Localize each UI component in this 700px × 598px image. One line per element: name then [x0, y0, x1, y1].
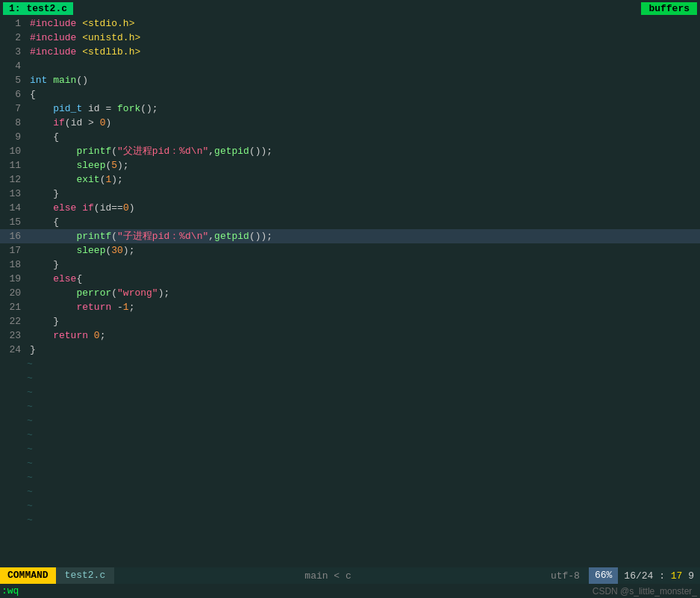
filename-status: test2.c [56, 567, 115, 584]
line-content: else{ [27, 272, 700, 286]
cmd-text: :wq [1, 585, 19, 597]
line-content: int main() [27, 73, 700, 87]
line-content: else if(id==0) [27, 201, 700, 215]
tilde-line: ~ [0, 456, 700, 470]
line-content: { [27, 87, 700, 102]
code-line: 2#include <unistd.h> [0, 31, 700, 45]
code-line: 9 { [0, 130, 700, 144]
code-line: 11 sleep(5); [0, 158, 700, 172]
line-number: 17 [0, 243, 27, 258]
tilde-line: ~ [0, 357, 700, 371]
code-line: 13 } [0, 187, 700, 201]
code-line: 10 printf("父进程pid：%d\n",getpid()); [0, 144, 700, 158]
line-number: 11 [0, 158, 27, 172]
watermark: CSDN @s_little_monster_ [593, 586, 697, 597]
code-line: 14 else if(id==0) [0, 201, 700, 215]
code-line: 20 perror("wrong"); [0, 286, 700, 300]
tilde-line: ~ [0, 414, 700, 428]
line-number: 18 [0, 258, 27, 272]
line-number: 23 [0, 328, 27, 343]
code-line: 22 } [0, 314, 700, 328]
code-line: 4 [0, 59, 700, 73]
line-content: return 0; [27, 328, 700, 343]
tilde-line: ~ [0, 499, 700, 513]
status-bar: COMMAND test2.c main < c utf-8 66% 16/24… [0, 567, 700, 584]
tilde-line: ~ [0, 485, 700, 499]
code-line: 1#include <stdio.h> [0, 16, 700, 31]
line-content: { [27, 130, 700, 144]
line-content: sleep(5); [27, 158, 700, 172]
line-content: } [27, 258, 700, 272]
active-tab[interactable]: 1: test2.c [3, 2, 73, 15]
tab-bar: 1: test2.c buffers [0, 0, 700, 16]
code-line: 12 exit(1); [0, 172, 700, 187]
percent-badge: 66% [589, 567, 618, 584]
line-content: #include <stdlib.h> [27, 45, 700, 59]
line-content: if(id > 0) [27, 116, 700, 130]
line-number: 5 [0, 73, 27, 87]
line-number: 4 [0, 59, 27, 73]
line-number: 13 [0, 187, 27, 201]
line-number: 22 [0, 314, 27, 328]
line-content: #include <stdio.h> [27, 16, 700, 31]
code-line: 3#include <stdlib.h> [0, 45, 700, 59]
code-line: 21 return -1; [0, 300, 700, 314]
line-content: pid_t id = fork(); [27, 102, 700, 116]
tilde-line: ~ [0, 399, 700, 414]
line-number: 12 [0, 172, 27, 187]
tilde-line: ~ [0, 470, 700, 485]
code-area: 1#include <stdio.h>2#include <unistd.h>3… [0, 16, 700, 567]
line-content: { [27, 215, 700, 229]
line-number: 19 [0, 272, 27, 286]
line-status: 16 [624, 570, 636, 582]
code-line: 7 pid_t id = fork(); [0, 102, 700, 116]
line-number: 9 [0, 130, 27, 144]
code-line: 17 sleep(30); [0, 243, 700, 258]
tilde-line: ~ [0, 428, 700, 442]
line-number: 16 [0, 229, 27, 243]
line-number: 14 [0, 201, 27, 215]
line-number: 1 [0, 16, 27, 31]
line-content: printf("子进程pid：%d\n",getpid()); [27, 229, 700, 243]
code-line: 18 } [0, 258, 700, 272]
code-line: 16 printf("子进程pid：%d\n",getpid()); [0, 229, 700, 243]
tilde-line: ~ [0, 513, 700, 527]
line-content: perror("wrong"); [27, 286, 700, 300]
line-content: printf("父进程pid：%d\n",getpid()); [27, 144, 700, 158]
col-status: 17 [671, 570, 683, 582]
code-line: 24} [0, 343, 700, 357]
line-number: 7 [0, 102, 27, 116]
line-content: } [27, 343, 700, 357]
code-line: 19 else{ [0, 272, 700, 286]
code-line: 6{ [0, 87, 700, 102]
total-status: 24 [642, 570, 654, 582]
line-content: return -1; [27, 300, 700, 314]
line-content: sleep(30); [27, 243, 700, 258]
code-line: 5int main() [0, 73, 700, 87]
line-number: 21 [0, 300, 27, 314]
mode-badge: COMMAND [0, 567, 56, 584]
line-number: 3 [0, 45, 27, 59]
line-number: 2 [0, 31, 27, 45]
line-content: } [27, 314, 700, 328]
line-content [27, 59, 700, 73]
line-content: exit(1); [27, 172, 700, 187]
encoding-status: utf-8 [542, 570, 589, 582]
func-status: main < c [114, 570, 542, 582]
code-line: 15 { [0, 215, 700, 229]
code-line: 8 if(id > 0) [0, 116, 700, 130]
tilde-line: ~ [0, 385, 700, 399]
tilde-line: ~ [0, 442, 700, 456]
line-number: 8 [0, 116, 27, 130]
tilde-line: ~ [0, 371, 700, 385]
extra-status: 9 [688, 570, 694, 582]
line-number: 15 [0, 215, 27, 229]
line-content: } [27, 187, 700, 201]
line-number: 6 [0, 87, 27, 102]
buffers-badge[interactable]: buffers [641, 2, 697, 15]
pos-status: 16/24 : 17 9 [618, 570, 700, 582]
line-number: 20 [0, 286, 27, 300]
code-line: 23 return 0; [0, 328, 700, 343]
line-number: 10 [0, 144, 27, 158]
line-content: #include <unistd.h> [27, 31, 700, 45]
